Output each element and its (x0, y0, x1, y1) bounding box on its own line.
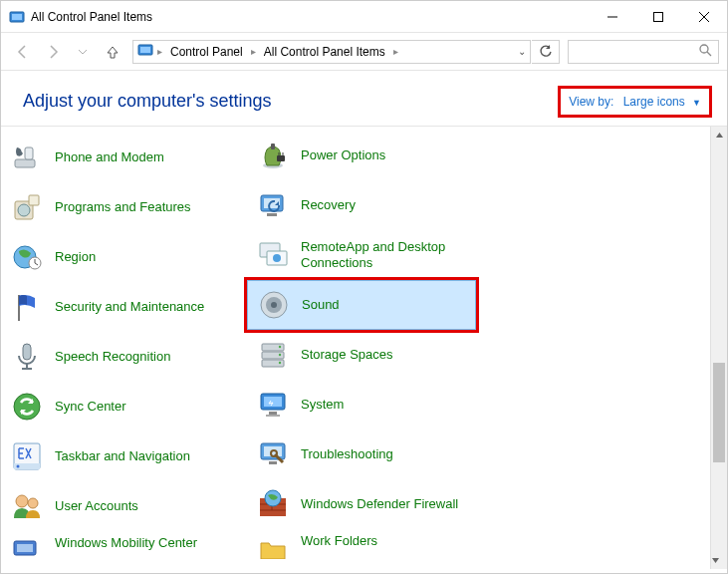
phone-modem-icon (11, 142, 43, 173)
item-label: System (301, 397, 344, 413)
svg-point-43 (271, 302, 277, 308)
item-label: Power Options (301, 147, 385, 163)
item-storage-spaces[interactable]: Storage Spaces (247, 330, 476, 380)
svg-rect-10 (15, 159, 35, 167)
nav-bar: ▸ Control Panel ▸ All Control Panel Item… (1, 33, 727, 71)
item-phone-and-modem[interactable]: Phone and Modem (1, 133, 247, 182)
item-recovery[interactable]: Recovery (247, 180, 476, 230)
recent-dropdown[interactable] (69, 38, 97, 66)
svg-rect-37 (267, 213, 277, 216)
svg-rect-1 (12, 14, 22, 20)
work-folders-icon (257, 533, 289, 559)
item-sound[interactable]: Sound (247, 280, 476, 330)
svg-rect-32 (277, 155, 285, 161)
minimize-button[interactable] (590, 2, 635, 32)
chevron-down-icon: ▼ (692, 98, 701, 108)
maximize-button[interactable] (635, 2, 681, 32)
svg-rect-56 (269, 461, 277, 464)
item-label: Speech Recognition (55, 349, 170, 365)
security-flag-icon (11, 291, 43, 323)
item-security-and-maintenance[interactable]: Security and Maintenance (1, 282, 247, 332)
item-troubleshooting[interactable]: Troubleshooting (247, 430, 476, 479)
search-input[interactable] (568, 40, 719, 64)
item-windows-defender-firewall[interactable]: Windows Defender Firewall (247, 479, 476, 529)
item-work-folders[interactable]: Work Folders (247, 529, 476, 559)
address-bar[interactable]: ▸ Control Panel ▸ All Control Panel Item… (132, 40, 531, 64)
view-by-value: Large icons (623, 95, 685, 109)
refresh-button[interactable] (532, 40, 560, 64)
storage-icon (257, 339, 289, 371)
content-area: Phone and Modem Programs and Features Re… (1, 127, 727, 569)
item-label: Work Folders (301, 533, 377, 549)
item-speech-recognition[interactable]: Speech Recognition (1, 332, 247, 382)
address-dropdown-icon[interactable]: ⌄ (518, 46, 526, 57)
svg-rect-51 (264, 397, 282, 407)
page-title: Adjust your computer's settings (23, 91, 565, 112)
svg-point-40 (273, 254, 281, 262)
item-label: Phone and Modem (55, 149, 164, 165)
programs-icon (11, 191, 43, 223)
item-system[interactable]: System (247, 380, 476, 430)
title-bar: All Control Panel Items (1, 1, 727, 33)
item-taskbar-and-navigation[interactable]: Taskbar and Navigation (1, 431, 247, 481)
scroll-down-icon[interactable] (711, 552, 720, 569)
svg-rect-53 (266, 415, 280, 417)
power-options-icon (257, 140, 289, 171)
forward-button[interactable] (39, 38, 67, 66)
item-programs-and-features[interactable]: Programs and Features (1, 182, 247, 232)
recovery-icon (257, 189, 289, 221)
scroll-track[interactable] (711, 144, 727, 552)
scrollbar[interactable] (710, 127, 727, 569)
item-label: Security and Maintenance (55, 299, 204, 315)
scroll-up-icon[interactable] (711, 127, 727, 144)
control-panel-icon (137, 42, 153, 62)
page-header: Adjust your computer's settings View by:… (1, 71, 727, 126)
sound-icon (258, 289, 290, 321)
svg-rect-3 (654, 12, 663, 21)
close-button[interactable] (681, 2, 727, 32)
svg-rect-52 (269, 412, 277, 415)
up-button[interactable] (99, 38, 126, 66)
chevron-right-icon[interactable]: ▸ (393, 46, 398, 57)
firewall-icon (257, 488, 289, 520)
svg-rect-11 (25, 147, 33, 159)
item-label: Sound (302, 297, 340, 313)
item-label: Programs and Features (55, 199, 191, 215)
svg-rect-28 (17, 544, 33, 552)
item-region[interactable]: Region (1, 232, 247, 282)
scroll-thumb[interactable] (713, 363, 725, 462)
control-panel-icon (9, 9, 25, 25)
remoteapp-icon (257, 239, 289, 271)
item-windows-mobility-center[interactable]: Windows Mobility Center (1, 531, 247, 561)
item-label: Windows Defender Firewall (301, 496, 458, 512)
breadcrumb-control-panel[interactable]: Control Panel (166, 45, 247, 59)
microphone-icon (11, 341, 43, 373)
svg-rect-31 (271, 144, 275, 149)
item-label: Storage Spaces (301, 347, 393, 363)
svg-point-21 (14, 394, 40, 420)
item-sync-center[interactable]: Sync Center (1, 382, 247, 431)
back-button[interactable] (9, 38, 37, 66)
item-power-options[interactable]: Power Options (247, 131, 476, 180)
item-label: Troubleshooting (301, 446, 393, 462)
chevron-right-icon[interactable]: ▸ (251, 46, 256, 57)
view-by-selector[interactable]: View by: Large icons ▼ (565, 93, 705, 111)
system-icon (257, 389, 289, 421)
breadcrumb-all-items[interactable]: All Control Panel Items (260, 45, 389, 59)
taskbar-icon (11, 440, 43, 472)
svg-point-8 (700, 45, 708, 53)
svg-rect-18 (23, 344, 31, 360)
region-icon (11, 241, 43, 273)
svg-point-26 (28, 498, 38, 508)
chevron-right-icon[interactable]: ▸ (157, 46, 162, 57)
svg-point-25 (16, 495, 28, 507)
mobility-icon (11, 535, 43, 561)
item-label: Windows Mobility Center (55, 535, 197, 551)
item-remoteapp[interactable]: RemoteApp and Desktop Connections (247, 230, 476, 280)
window-title: All Control Panel Items (31, 10, 590, 24)
svg-line-9 (707, 52, 711, 56)
item-label: Taskbar and Navigation (55, 448, 190, 464)
item-user-accounts[interactable]: User Accounts (1, 481, 247, 531)
item-label: Recovery (301, 197, 356, 213)
svg-point-49 (279, 362, 281, 364)
